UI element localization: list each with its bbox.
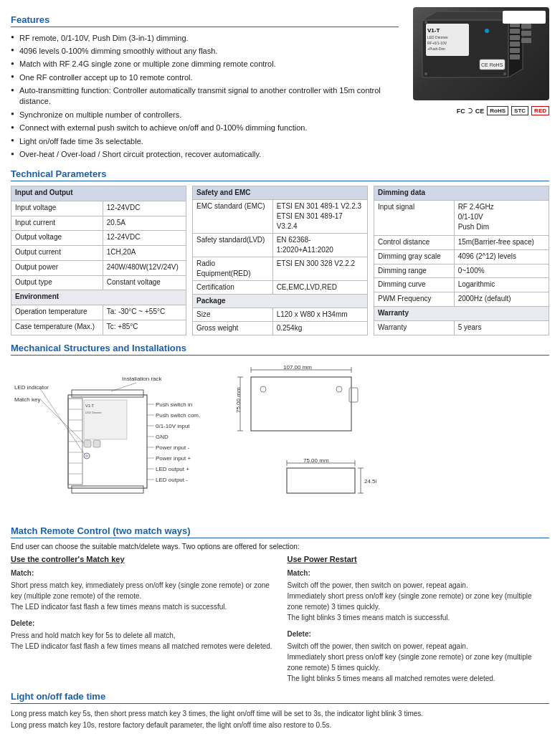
t1-r5-val: 240W/480W(12V/24V) — [103, 260, 186, 275]
cert-src: STC — [511, 106, 528, 115]
svg-point-21 — [503, 21, 506, 24]
t2-r1-label: EMC standard (EMC) — [193, 199, 273, 233]
match-col1-content: Match: Short press match key, immediatel… — [11, 568, 273, 652]
table3-sub-header: Warranty — [374, 307, 549, 321]
match-col1-match-text: Short press match key, immediately press… — [11, 580, 273, 612]
svg-rect-15 — [521, 24, 531, 29]
svg-rect-11 — [510, 42, 520, 47]
match-col2-subtitle: Use Power Restart — [288, 555, 550, 563]
svg-text:Push switch com.: Push switch com. — [156, 412, 200, 419]
feature-item: Connect with external push switch to ach… — [11, 122, 399, 135]
svg-text:Power input +: Power input + — [156, 455, 191, 462]
top-view-diagram: 107.00 mm 75.00 mm — [233, 363, 376, 450]
table1-header: Input and Output — [11, 186, 186, 201]
svg-rect-14 — [521, 16, 531, 22]
match-remote-columns: Use the controller's Match key Match: Sh… — [11, 555, 549, 684]
feature-item: One RF controller accept up to 10 remote… — [11, 71, 399, 84]
table-dimming: Dimming data Input signalRF 2.4GHz0/1-10… — [374, 186, 549, 335]
svg-rect-26 — [72, 390, 143, 397]
svg-point-67 — [336, 386, 342, 392]
t2-r2-label: Safety standard(LVD) — [193, 233, 273, 257]
feature-item: Auto-transmitting function: Controller a… — [11, 85, 399, 109]
match-col1-subtitle: Use the controller's Match key — [11, 555, 273, 563]
t1-s2-val: Tc: +85°C — [103, 320, 186, 335]
t3-r5-val: Logarithmic — [454, 278, 549, 292]
svg-point-42 — [85, 454, 88, 457]
svg-rect-77 — [287, 468, 355, 493]
product-image: V1-T LED Dimmer RF+0/1-10V +Push-Dim CE … — [413, 7, 549, 100]
t1-s2-label: Case temperature (Max.) — [11, 320, 103, 335]
side-view-diagram: 75.00 mm 24.50 mm — [269, 457, 376, 516]
t3-s1-label: Warranty — [374, 320, 455, 335]
t1-r3-val: 12-24VDC — [103, 231, 186, 246]
svg-rect-40 — [93, 440, 100, 447]
t3-r1-label: Input signal — [374, 200, 455, 235]
svg-rect-9 — [510, 29, 520, 34]
svg-text:24.50 mm: 24.50 mm — [364, 478, 376, 485]
svg-text:Installation rack: Installation rack — [122, 376, 163, 382]
svg-point-24 — [485, 29, 489, 33]
table-safety-emc: Safety and EMC EMC standard (EMC)ETSI EN… — [192, 186, 368, 335]
table2-sub-header: Package — [193, 294, 368, 308]
t3-r2-val: 15m(Barrier-free space) — [454, 235, 549, 249]
match-col1-delete-label: Delete: — [11, 618, 273, 629]
svg-text:LED Dimmer: LED Dimmer — [85, 411, 103, 414]
t1-r3-label: Output voltage — [11, 231, 103, 246]
svg-rect-27 — [72, 486, 143, 493]
mechanical-title: Mechanical Structures and Installations — [11, 343, 549, 356]
svg-text:Push switch in: Push switch in — [156, 401, 192, 408]
t2-r3-label: Radio Equipment(RED) — [193, 257, 273, 280]
t1-r2-val: 20.5A — [103, 216, 186, 231]
svg-point-20 — [424, 21, 427, 24]
t3-r6-label: PWM Frequency — [374, 292, 455, 307]
device-svg: V1-T LED Dimmer LED indicator Match key … — [11, 363, 215, 517]
match-col1-delete-text: Press and hold match key for 5s to delet… — [11, 630, 273, 652]
product-image-area: V1-T LED Dimmer RF+0/1-10V +Push-Dim CE … — [406, 7, 549, 115]
svg-rect-12 — [510, 48, 520, 53]
svg-text:LED output +: LED output + — [156, 466, 189, 472]
match-col-right: Use Power Restart Match: Switch off the … — [288, 555, 550, 684]
dimension-diagrams: 107.00 mm 75.00 mm 75.00 mm — [233, 363, 376, 516]
match-col-left: Use the controller's Match key Match: Sh… — [11, 555, 273, 684]
match-col2-delete-text: Switch off the power, then switch on pow… — [288, 641, 550, 684]
t3-r4-val: 0~100% — [454, 264, 549, 278]
t3-s1-val: 5 years — [454, 320, 549, 335]
svg-text:Match key: Match key — [14, 396, 40, 403]
t3-r2-label: Control distance — [374, 235, 455, 249]
t2-r2-val: EN 62368-1:2020+A11:2020 — [272, 233, 367, 257]
svg-text:LED indicator: LED indicator — [14, 384, 49, 391]
t1-r5-label: Output power — [11, 260, 103, 275]
feature-item: Light on/off fade time 3s selectable. — [11, 135, 399, 148]
table3-header: Dimming data — [374, 186, 549, 200]
t1-s1-label: Operation temperature — [11, 305, 103, 320]
t2-s1-val: L120 x W80 x H34mm — [272, 308, 367, 321]
mechanical-section: Mechanical Structures and Installations — [11, 343, 549, 518]
features-list: Features RF remote, 0/1-10V, Push Dim (3… — [11, 7, 406, 161]
svg-text:0/1-10V input: 0/1-10V input — [156, 423, 190, 429]
feature-item: RF remote, 0/1-10V, Push Dim (3-in-1) di… — [11, 32, 399, 44]
t3-r1-val: RF 2.4GHz0/1-10VPush Dim — [454, 200, 549, 235]
svg-text:LED Dimmer: LED Dimmer — [427, 35, 448, 39]
fade-time-title: Light on/off fade time — [11, 691, 549, 704]
t3-r3-label: Dimming gray scale — [374, 249, 455, 264]
t2-r4-val: CE,EMC,LVD,RED — [272, 280, 367, 294]
svg-text:CE RoHS: CE RoHS — [481, 62, 503, 67]
t1-r2-label: Input current — [11, 216, 103, 231]
features-section: Features RF remote, 0/1-10V, Push Dim (3… — [11, 7, 549, 161]
cert-ce: CE — [475, 108, 485, 115]
match-col2-match-text: Switch off the power, then switch on pow… — [288, 580, 550, 623]
svg-rect-39 — [84, 440, 91, 447]
svg-marker-1 — [422, 11, 523, 20]
match-remote-title: Match Remote Control (two match ways) — [11, 525, 549, 538]
feature-item: Synchronize on multiple number of contro… — [11, 108, 399, 121]
t2-r1-val: ETSI EN 301 489-1 V2.2.3ETSI EN 301 489-… — [272, 199, 367, 233]
cert-rohs: RoHS — [487, 106, 508, 115]
svg-text:V1-T: V1-T — [85, 404, 95, 408]
features-items: RF remote, 0/1-10V, Push Dim (3-in-1) di… — [11, 32, 399, 161]
svg-rect-68 — [349, 388, 358, 402]
svg-text:RF+0/1-10V: RF+0/1-10V — [427, 41, 447, 45]
match-remote-intro: End user can choose the suitable match/d… — [11, 543, 549, 550]
feature-item: Over-heat / Over-load / Short circuit pr… — [11, 148, 399, 161]
t2-s2-label: Gross weight — [193, 321, 273, 335]
svg-text:LED output -: LED output - — [156, 477, 188, 483]
